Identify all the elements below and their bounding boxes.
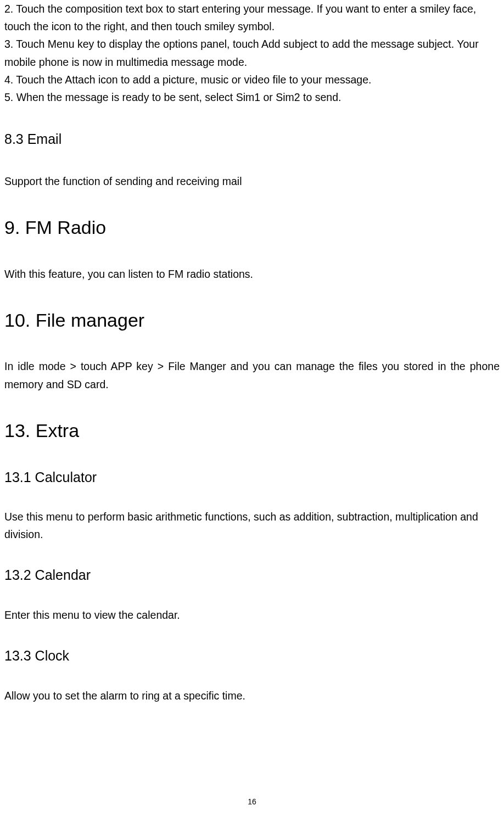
heading-file-manager: 10. File manager: [4, 309, 500, 332]
body-calendar: Enter this menu to view the calendar.: [4, 606, 500, 624]
heading-clock: 13.3 Clock: [4, 647, 500, 665]
step-3-text: 3. Touch Menu key to display the options…: [4, 35, 500, 70]
body-clock: Allow you to set the alarm to ring at a …: [4, 687, 500, 704]
page-number: 16: [0, 797, 504, 806]
heading-extra: 13. Extra: [4, 419, 500, 442]
body-calculator: Use this menu to perform basic arithmeti…: [4, 508, 500, 543]
body-file-manager: In idle mode > touch APP key > File Mang…: [4, 357, 500, 393]
step-2-text: 2. Touch the composition text box to sta…: [4, 0, 500, 35]
body-fm-radio: With this feature, you can listen to FM …: [4, 265, 500, 283]
heading-calendar: 13.2 Calendar: [4, 566, 500, 584]
heading-calculator: 13.1 Calculator: [4, 468, 500, 486]
step-4-text: 4. Touch the Attach icon to add a pictur…: [4, 71, 500, 88]
heading-fm-radio: 9. FM Radio: [4, 216, 500, 239]
heading-email: 8.3 Email: [4, 130, 500, 148]
body-email: Support the function of sending and rece…: [4, 172, 500, 190]
step-5-text: 5. When the message is ready to be sent,…: [4, 88, 500, 106]
